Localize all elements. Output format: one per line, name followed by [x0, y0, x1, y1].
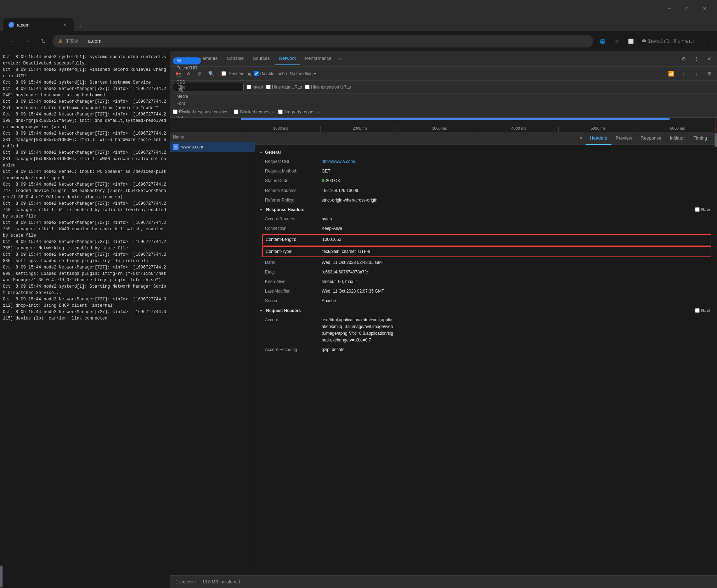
hide-ext-urls-checkbox[interactable]: Hide extension URLs — [305, 85, 351, 90]
content-type-value: text/plain; charset=UTF-8 — [322, 248, 708, 255]
request-row[interactable]: d www.a.com — [170, 142, 255, 152]
status-code-row: Status Code: 200 OK — [255, 176, 714, 186]
upload-icon[interactable]: ↑ — [679, 69, 689, 79]
timeline-marker — [716, 118, 716, 132]
preserve-log-checkbox[interactable]: Preserve log — [221, 71, 251, 76]
blocked-cookies-checkbox[interactable]: Blocked response cookies — [173, 109, 228, 114]
type-btn-img[interactable]: Img — [173, 86, 201, 93]
status-separator: | — [198, 579, 199, 584]
request-type-icon: d — [173, 144, 179, 150]
response-headers-title[interactable]: ▼ Response Headers Raw — [255, 205, 714, 214]
server-value: Apache — [322, 298, 710, 304]
details-close-button[interactable]: ✕ — [577, 134, 586, 143]
more-tabs-button[interactable]: » — [338, 56, 341, 62]
window-maximize-button[interactable]: □ — [679, 3, 695, 14]
content-length-row: Content-Length: 13001652 — [262, 234, 711, 245]
response-raw-input[interactable] — [695, 207, 700, 212]
tab-close-button[interactable]: ✕ — [62, 22, 68, 28]
type-btn-font[interactable]: Font — [173, 100, 201, 107]
disable-cache-checkbox[interactable]: Disable cache — [254, 71, 287, 76]
terminal-line: Oct 8 09:15:44 node2 NetworkManager[727]… — [3, 309, 167, 322]
close-devtools-icon[interactable]: ✕ — [704, 54, 714, 64]
third-party-checkbox[interactable]: 3rd-party requests — [278, 109, 318, 114]
search-button[interactable]: 🔍 — [207, 69, 215, 78]
back-button[interactable]: ← — [6, 35, 18, 47]
tab-sources[interactable]: Sources — [249, 52, 274, 65]
network-status-bar: 1 requests | 13.0 MB transferred — [170, 575, 717, 588]
more-button[interactable]: ⋮ — [699, 35, 711, 47]
invert-input[interactable] — [247, 85, 251, 89]
address-bar[interactable]: ⚠ 不安全 | a.com — [52, 35, 593, 47]
incognito-button[interactable]: 🕶 无痕模式 (已打开 2 个窗口) — [639, 35, 697, 47]
accept-row: Accept: text/html,application/xhtml+xml,… — [255, 315, 714, 345]
filter-bar: Invert Hide data URLs Hide extension URL… — [170, 81, 717, 94]
blocked-requests-input[interactable] — [234, 109, 238, 114]
response-raw-checkbox[interactable]: Raw — [695, 207, 710, 212]
type-btn-css[interactable]: CSS — [173, 79, 201, 86]
timeline-labels: 1000 ms2000 ms3000 ms4000 ms5000 ms6000 … — [241, 126, 717, 132]
details-scroll-thumb — [715, 133, 717, 147]
response-collapse-icon: ▼ — [259, 208, 263, 212]
type-btn-all[interactable]: All — [173, 57, 201, 64]
window-close-button[interactable]: ✕ — [696, 3, 713, 14]
preserve-log-label: Preserve log — [227, 71, 251, 76]
type-btn-js[interactable]: JS — [173, 72, 201, 79]
terminal-line: Oct 8 09:15:44 node2 kernel: input: PC S… — [3, 169, 167, 181]
network-settings-icon[interactable]: 📶 — [666, 69, 676, 79]
response-raw-label: Raw — [701, 207, 710, 212]
details-tab-headers[interactable]: Headers — [586, 132, 611, 145]
blocked-requests-checkbox[interactable]: Blocked requests — [234, 109, 272, 114]
tab-acom[interactable]: a a.com ✕ — [3, 18, 74, 31]
window-controls: ─ □ ✕ — [661, 3, 713, 14]
disable-cache-input[interactable] — [254, 71, 259, 76]
terminal-line: Oct 8 09:15:44 node2 NetworkManager[727]… — [3, 264, 167, 283]
details-tab-timing[interactable]: Timing — [689, 132, 711, 145]
accept-encoding-row: Accept-Encoding: gzip, deflate — [255, 345, 714, 355]
forward-button[interactable]: → — [21, 35, 34, 47]
tab-performance[interactable]: Performance — [301, 52, 335, 65]
last-modified-row: Last-Modified: Wed, 11 Oct 2023 02:07:35… — [255, 287, 714, 296]
translate-button[interactable]: 🌐 — [596, 35, 609, 47]
terminal-line: Oct 8 09:15:44 node2 NetworkManager[727]… — [3, 251, 167, 264]
tab-network[interactable]: Network — [275, 52, 300, 65]
more-options-icon[interactable]: ⋮ — [691, 54, 701, 64]
download-icon[interactable]: ↓ — [691, 69, 701, 79]
request-raw-checkbox[interactable]: Raw — [695, 308, 710, 313]
details-tab-response[interactable]: Response — [636, 132, 666, 145]
blocked-cookies-input[interactable] — [173, 109, 177, 114]
request-headers-title[interactable]: ▼ Request Headers Raw — [255, 306, 714, 315]
general-section-title[interactable]: ▼ General — [255, 148, 714, 157]
bookmark-button[interactable]: ☆ — [610, 35, 623, 47]
terminal-scrollbar[interactable] — [0, 565, 3, 588]
general-section: ▼ General Request URL: http://www.a.com/… — [255, 148, 714, 205]
reload-button[interactable]: ↻ — [37, 35, 50, 47]
network-table: Name d www.a.com ✕ Headers Preview Respo… — [170, 132, 717, 575]
transferred-size: 13.0 MB transferred — [202, 579, 240, 584]
referrer-policy-key: Referrer Policy: — [265, 197, 322, 204]
type-btn-fetchxhr[interactable]: Fetch/XHR — [173, 64, 201, 72]
throttle-dropdown[interactable]: No throttling ▾ — [290, 71, 316, 76]
settings-icon[interactable]: ⚙ — [679, 54, 689, 64]
tab-console[interactable]: Console — [222, 52, 248, 65]
third-party-input[interactable] — [278, 109, 283, 114]
details-tab-bar: ✕ Headers Preview Response Initiator Tim… — [255, 132, 714, 145]
requests-header: Name — [170, 132, 255, 142]
details-tab-initiator[interactable]: Initiator — [666, 132, 689, 145]
preserve-log-input[interactable] — [221, 71, 226, 76]
request-method-row: Request Method: GET — [255, 166, 714, 176]
invert-filter-checkbox[interactable]: Invert — [247, 85, 263, 90]
new-tab-button[interactable]: + — [75, 21, 85, 31]
details-scrollbar[interactable] — [714, 132, 717, 575]
type-btn-media[interactable]: Media — [173, 93, 201, 100]
split-button[interactable]: ⬜ — [625, 35, 637, 47]
network-extra-settings-icon[interactable]: ⚙ — [704, 69, 714, 79]
hide-data-urls-checkbox[interactable]: Hide data URLs — [266, 85, 302, 90]
accept-value: text/html,application/xhtml+xml,applicat… — [322, 317, 710, 344]
hide-ext-urls-input[interactable] — [305, 85, 310, 89]
request-raw-input[interactable] — [695, 308, 700, 313]
remote-address-value: 192.168.126.130:80 — [322, 187, 710, 194]
hide-data-urls-input[interactable] — [266, 85, 271, 89]
window-minimize-button[interactable]: ─ — [661, 3, 677, 14]
connection-key: Connection: — [265, 225, 322, 232]
details-tab-preview[interactable]: Preview — [611, 132, 636, 145]
